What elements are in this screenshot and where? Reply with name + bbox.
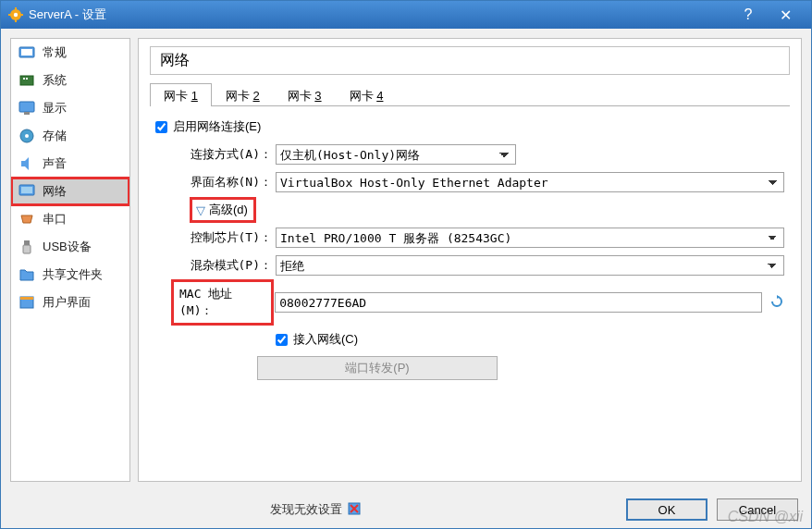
- iface-row: 界面名称(N)： VirtualBox Host-Only Ethernet A…: [155, 171, 784, 193]
- sidebar: 常规 系统 显示 存储 声音 网络: [10, 38, 130, 482]
- sidebar-item-system[interactable]: 系统: [11, 67, 129, 94]
- cable-row: 接入网线(C): [155, 328, 784, 351]
- svg-rect-8: [20, 76, 33, 85]
- network-icon: [18, 183, 35, 200]
- tab-adapter-1[interactable]: 网卡 1: [150, 83, 212, 106]
- folder-icon: [18, 266, 35, 283]
- adapter-type-select[interactable]: Intel PRO/1000 T 服务器 (82543GC): [276, 228, 784, 248]
- advanced-label: 高级(d): [209, 202, 248, 218]
- attach-label: 连接方式(A)：: [174, 146, 276, 163]
- panel-title: 网络: [150, 46, 790, 75]
- sidebar-item-ui[interactable]: 用户界面: [11, 289, 129, 316]
- sidebar-item-label: 显示: [43, 100, 67, 117]
- svg-point-14: [25, 134, 29, 138]
- svg-rect-18: [23, 245, 31, 253]
- sidebar-item-audio[interactable]: 声音: [11, 150, 129, 178]
- promisc-mode-select[interactable]: 拒绝: [276, 255, 784, 276]
- general-icon: [18, 44, 35, 61]
- sidebar-item-storage[interactable]: 存储: [11, 122, 129, 150]
- svg-rect-7: [21, 49, 32, 55]
- svg-rect-11: [19, 102, 34, 112]
- usb-icon: [18, 239, 35, 255]
- sidebar-item-display[interactable]: 显示: [11, 94, 129, 122]
- advanced-row: ▽ 高级(d): [155, 199, 784, 221]
- sidebar-item-label: 系统: [43, 72, 67, 89]
- promisc-label: 混杂模式(P)：: [174, 257, 276, 274]
- svg-rect-17: [24, 240, 30, 245]
- content-panel: 网络 网卡 1 网卡 2 网卡 3 网卡 4 启用网络连接(E) 连接方式(A)…: [138, 38, 802, 482]
- ok-button[interactable]: OK: [626, 498, 707, 521]
- adapter-form: 启用网络连接(E) 连接方式(A)： 仅主机(Host-Only)网络 界面名称…: [150, 106, 790, 386]
- footer: 发现无效设置 OK Cancel CSDN @xii: [1, 491, 811, 528]
- sidebar-item-serial[interactable]: 串口: [11, 205, 129, 233]
- mac-address-input[interactable]: [275, 292, 762, 313]
- sidebar-item-label: 网络: [43, 183, 67, 200]
- sidebar-item-label: 用户界面: [43, 294, 91, 311]
- mac-label: MAC 地址(M)：: [179, 286, 265, 319]
- promisc-row: 混杂模式(P)： 拒绝: [155, 254, 784, 277]
- tab-adapter-2[interactable]: 网卡 2: [212, 83, 274, 106]
- sidebar-item-general[interactable]: 常规: [11, 39, 129, 67]
- audio-icon: [18, 155, 35, 172]
- attach-mode-select[interactable]: 仅主机(Host-Only)网络: [276, 144, 516, 165]
- attach-row: 连接方式(A)： 仅主机(Host-Only)网络: [155, 143, 784, 166]
- svg-rect-9: [23, 78, 25, 80]
- chip-row: 控制芯片(T)： Intel PRO/1000 T 服务器 (82543GC): [155, 227, 784, 249]
- sidebar-item-label: 声音: [43, 155, 67, 172]
- sidebar-item-usb[interactable]: USB设备: [11, 233, 129, 261]
- tab-adapter-3[interactable]: 网卡 3: [274, 83, 336, 106]
- warning-icon: [348, 502, 361, 518]
- ui-icon: [18, 294, 35, 311]
- cable-connected-checkbox[interactable]: [276, 334, 288, 346]
- window-title: ServerA - 设置: [29, 6, 730, 23]
- svg-rect-16: [21, 187, 32, 193]
- sidebar-item-network[interactable]: 网络: [11, 178, 129, 205]
- sidebar-item-label: USB设备: [43, 239, 92, 255]
- adapter-tabs: 网卡 1 网卡 2 网卡 3 网卡 4: [150, 82, 790, 106]
- iface-name-select[interactable]: VirtualBox Host-Only Ethernet Adapter: [276, 172, 784, 192]
- iface-label: 界面名称(N)：: [174, 174, 276, 191]
- cancel-button[interactable]: Cancel: [717, 498, 798, 521]
- display-icon: [18, 100, 35, 117]
- svg-rect-12: [24, 112, 30, 115]
- advanced-toggle[interactable]: ▽ 高级(d): [192, 200, 253, 220]
- app-gear-icon: [8, 7, 23, 22]
- triangle-down-icon: ▽: [196, 203, 205, 217]
- sidebar-item-label: 存储: [43, 128, 67, 144]
- mac-row: MAC 地址(M)：: [155, 282, 784, 323]
- tab-adapter-4[interactable]: 网卡 4: [336, 83, 398, 106]
- sidebar-item-shared[interactable]: 共享文件夹: [11, 261, 129, 289]
- svg-rect-20: [20, 297, 33, 300]
- storage-icon: [18, 128, 35, 144]
- enable-network-label: 启用网络连接(E): [173, 118, 261, 135]
- status-message: 发现无效设置: [14, 501, 617, 518]
- port-forwarding-button[interactable]: 端口转发(P): [257, 356, 498, 380]
- enable-network-checkbox[interactable]: [155, 121, 167, 133]
- system-icon: [18, 72, 35, 89]
- enable-row: 启用网络连接(E): [155, 116, 784, 138]
- cable-label: 接入网线(C): [293, 331, 358, 348]
- svg-point-1: [14, 13, 18, 17]
- refresh-mac-icon[interactable]: [769, 294, 784, 312]
- svg-rect-10: [26, 78, 28, 80]
- sidebar-item-label: 常规: [43, 44, 67, 61]
- mac-label-box: MAC 地址(M)：: [174, 282, 271, 323]
- sidebar-item-label: 串口: [43, 211, 67, 228]
- titlebar: ServerA - 设置 ? ✕: [1, 1, 811, 29]
- settings-window: ServerA - 设置 ? ✕ 常规 系统 显示 存储 声音: [0, 0, 812, 529]
- chip-label: 控制芯片(T)：: [174, 229, 276, 246]
- sidebar-item-label: 共享文件夹: [43, 266, 103, 283]
- serial-icon: [18, 211, 35, 228]
- body: 常规 系统 显示 存储 声音 网络: [1, 29, 811, 491]
- close-button[interactable]: ✕: [767, 1, 804, 29]
- help-button[interactable]: ?: [730, 1, 767, 29]
